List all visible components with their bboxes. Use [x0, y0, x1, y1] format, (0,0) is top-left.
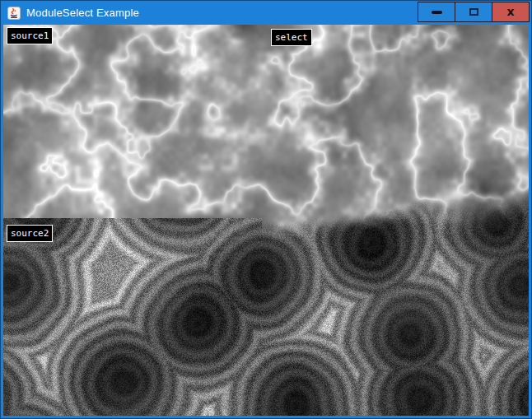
app-window: ModuleSelect Example x source1 select so…: [0, 0, 532, 419]
minimize-icon: [432, 11, 442, 14]
java-coffee-cup-icon: [7, 7, 21, 20]
label-select: select: [271, 29, 312, 46]
noise-viewport: source1 select source2: [3, 25, 529, 416]
close-button[interactable]: x: [492, 2, 530, 22]
minimize-button[interactable]: [418, 2, 455, 22]
titlebar[interactable]: ModuleSelect Example x: [0, 0, 532, 25]
close-icon: x: [506, 6, 514, 17]
window-controls: x: [418, 2, 530, 22]
label-source2: source2: [7, 225, 53, 242]
maximize-icon: [469, 8, 478, 16]
window-title: ModuleSelect Example: [26, 7, 139, 19]
java-app-icon[interactable]: [7, 7, 21, 20]
noise-render-canvas: [3, 25, 529, 416]
maximize-button[interactable]: [455, 2, 492, 22]
label-source1: source1: [7, 27, 53, 44]
